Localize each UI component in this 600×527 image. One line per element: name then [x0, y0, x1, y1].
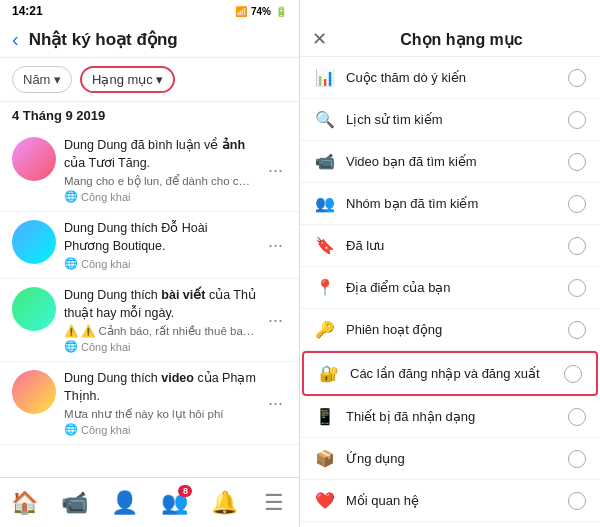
right-title: Chọn hạng mục: [335, 30, 588, 49]
location-icon: 📍: [314, 278, 336, 297]
category-label: Địa điểm của bạn: [346, 280, 558, 295]
category-item-poke[interactable]: ⚙️ Chọc: [300, 522, 600, 527]
right-header: ✕ Chọn hạng mục: [300, 22, 600, 57]
category-item-saved[interactable]: 🔖 Đã lưu: [300, 225, 600, 267]
activity-text: Dung Dung thích bài viết của Thủ thuật h…: [64, 287, 256, 322]
category-filter-button[interactable]: Hạng mục ▾: [80, 66, 175, 93]
category-item-relationship[interactable]: ❤️ Mối quan hệ: [300, 480, 600, 522]
date-section-label: 4 Tháng 9 2019: [0, 102, 299, 129]
visibility-label: Công khai: [81, 341, 131, 353]
category-label: Nhóm bạn đã tìm kiếm: [346, 196, 558, 211]
category-label: Lịch sử tìm kiếm: [346, 112, 558, 127]
activity-meta: 🌐 Công khai: [64, 423, 256, 436]
category-radio[interactable]: [568, 450, 586, 468]
saved-icon: 🔖: [314, 236, 336, 255]
category-item-session[interactable]: 🔑 Phiên hoạt động: [300, 309, 600, 351]
back-button[interactable]: ‹: [12, 28, 19, 51]
category-radio[interactable]: [568, 279, 586, 297]
avatar: [12, 370, 56, 414]
right-panel: ✕ Chọn hạng mục 📊 Cuộc thăm dò ý kiến 🔍 …: [300, 0, 600, 527]
nav-friends[interactable]: 👥 8: [152, 481, 196, 525]
category-radio[interactable]: [568, 237, 586, 255]
category-radio[interactable]: [568, 408, 586, 426]
category-item-login-logout[interactable]: 🔐 Các lần đăng nhập và đăng xuất: [302, 351, 598, 396]
survey-icon: 📊: [314, 68, 336, 87]
activity-sub: Mưa như thế này ko lụt hôi phí: [64, 407, 256, 421]
activity-content: Dung Dung thích Đỗ Hoài Phương Boutique.…: [64, 220, 256, 270]
year-filter-button[interactable]: Năm ▾: [12, 66, 72, 93]
category-radio[interactable]: [568, 111, 586, 129]
avatar: [12, 287, 56, 331]
activity-item: Dung Dung đã bình luận về ảnh của Tươi T…: [0, 129, 299, 212]
battery-level: 74%: [251, 6, 271, 17]
category-radio[interactable]: [568, 69, 586, 87]
bottom-nav: 🏠 📹 👤 👥 8 🔔 ☰: [0, 477, 299, 527]
category-radio[interactable]: [568, 321, 586, 339]
visibility-label: Công khai: [81, 424, 131, 436]
activity-item: Dung Dung thích video của Phạm Thịnh. Mư…: [0, 362, 299, 445]
category-item-survey[interactable]: 📊 Cuộc thăm dò ý kiến: [300, 57, 600, 99]
search-icon: 🔍: [314, 110, 336, 129]
video-icon: 📹: [61, 490, 88, 516]
left-panel: 14:21 📶 74% 🔋 ‹ Nhật ký hoạt động Năm ▾ …: [0, 0, 300, 527]
nav-profile[interactable]: 👤: [103, 481, 147, 525]
visibility-label: Công khai: [81, 191, 131, 203]
notifications-icon: 🔔: [211, 490, 238, 516]
status-bar: 14:21 📶 74% 🔋: [0, 0, 299, 22]
login-logout-icon: 🔐: [318, 364, 340, 383]
category-item-devices[interactable]: 📱 Thiết bị đã nhận dạng: [300, 396, 600, 438]
category-label: Các lần đăng nhập và đăng xuất: [350, 366, 554, 381]
category-label: Cuộc thăm dò ý kiến: [346, 70, 558, 85]
activity-text: Dung Dung đã bình luận về ảnh của Tươi T…: [64, 137, 256, 172]
friends-badge: 8: [178, 485, 192, 497]
category-item-video-search[interactable]: 📹 Video bạn đã tìm kiếm: [300, 141, 600, 183]
public-icon: 🌐: [64, 423, 78, 436]
public-icon: 🌐: [64, 190, 78, 203]
nav-home[interactable]: 🏠: [3, 481, 47, 525]
category-radio[interactable]: [568, 492, 586, 510]
activity-item: Dung Dung thích Đỗ Hoài Phương Boutique.…: [0, 212, 299, 279]
avatar: [12, 137, 56, 181]
nav-video[interactable]: 📹: [53, 481, 97, 525]
right-status-bar: [300, 0, 600, 22]
activity-meta: 🌐 Công khai: [64, 340, 256, 353]
activity-content: Dung Dung thích bài viết của Thủ thuật h…: [64, 287, 256, 353]
status-time: 14:21: [12, 4, 43, 18]
category-item-search-history[interactable]: 🔍 Lịch sử tìm kiếm: [300, 99, 600, 141]
visibility-label: Công khai: [81, 258, 131, 270]
activity-sub: ⚠️ ⚠️ Cảnh báo, rất nhiều thuê bao Vietn…: [64, 324, 256, 338]
nav-notifications[interactable]: 🔔: [202, 481, 246, 525]
category-label: Ứng dụng: [346, 451, 558, 466]
menu-icon: ☰: [264, 490, 284, 516]
signal-icon: 📶: [235, 6, 247, 17]
status-icons: 📶 74% 🔋: [235, 6, 287, 17]
more-options-button[interactable]: ···: [264, 310, 287, 331]
nav-menu[interactable]: ☰: [252, 481, 296, 525]
public-icon: 🌐: [64, 340, 78, 353]
page-title: Nhật ký hoạt động: [29, 29, 178, 50]
video-search-icon: 📹: [314, 152, 336, 171]
activity-sub: Mang cho e bộ lun, để dành cho con e 😂😂😂: [64, 174, 256, 188]
devices-icon: 📱: [314, 407, 336, 426]
activity-content: Dung Dung đã bình luận về ảnh của Tươi T…: [64, 137, 256, 203]
category-radio[interactable]: [568, 195, 586, 213]
category-radio[interactable]: [568, 153, 586, 171]
category-radio[interactable]: [564, 365, 582, 383]
close-button[interactable]: ✕: [312, 28, 327, 50]
activity-list: Dung Dung đã bình luận về ảnh của Tươi T…: [0, 129, 299, 477]
profile-icon: 👤: [111, 490, 138, 516]
category-item-group-search[interactable]: 👥 Nhóm bạn đã tìm kiếm: [300, 183, 600, 225]
category-list: 📊 Cuộc thăm dò ý kiến 🔍 Lịch sử tìm kiếm…: [300, 57, 600, 527]
more-options-button[interactable]: ···: [264, 160, 287, 181]
left-header: ‹ Nhật ký hoạt động: [0, 22, 299, 58]
category-label: Thiết bị đã nhận dạng: [346, 409, 558, 424]
home-icon: 🏠: [11, 490, 38, 516]
category-label: Đã lưu: [346, 238, 558, 253]
activity-meta: 🌐 Công khai: [64, 257, 256, 270]
more-options-button[interactable]: ···: [264, 235, 287, 256]
category-item-apps[interactable]: 📦 Ứng dụng: [300, 438, 600, 480]
category-label: Phiên hoạt động: [346, 322, 558, 337]
category-label: Mối quan hệ: [346, 493, 558, 508]
category-item-location[interactable]: 📍 Địa điểm của bạn: [300, 267, 600, 309]
more-options-button[interactable]: ···: [264, 393, 287, 414]
